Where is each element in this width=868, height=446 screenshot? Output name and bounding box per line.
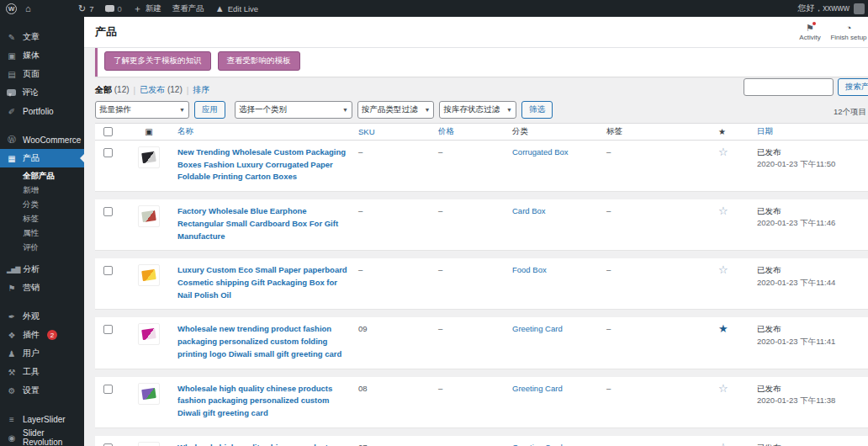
product-thumbnail[interactable] [138,442,160,446]
finish-setup-button[interactable]: ◔ Finish setup [829,17,868,48]
page-header: 产品 ⚑ Activity ◔ Finish setup [84,17,868,48]
view-sort-link[interactable]: 排序 [193,84,209,96]
comments-menu[interactable]: 0 [105,4,122,13]
product-name-link[interactable]: Factory Wholesale Blue Earphone Rectangu… [177,205,358,242]
sidebar-item-layerslider[interactable]: ≡LayerSlider [0,410,84,428]
product-sku: 08 [358,383,438,420]
product-tags: – [606,442,718,446]
featured-star-outline-icon[interactable]: ☆ [718,146,728,158]
publish-status: 已发布 [757,323,868,335]
product-thumbnail[interactable] [138,383,160,405]
sidebar-subitem[interactable]: 分类 [0,198,84,212]
sidebar-subitem[interactable]: 属性 [0,226,84,241]
sidebar-item-analytics[interactable]: ▂▅▇分析 [0,260,84,279]
product-thumbnail[interactable] [138,264,160,286]
sidebar-item-slider-revolution[interactable]: ◉Slider Revolution [0,428,84,446]
sidebar-item-products[interactable]: ▦产品 [0,149,84,167]
column-header-sku[interactable]: SKU [358,127,438,136]
view-affected-templates-button[interactable]: 查看受影响的模板 [218,51,300,71]
product-sku: 09 [358,323,438,360]
view-product-link[interactable]: 查看产品 [172,3,204,14]
sidebar-item-label: 产品 [23,152,40,164]
wordpress-logo-icon[interactable]: W [6,3,17,14]
product-category-link[interactable]: Greeting Card [512,442,606,446]
sidebar-item-users[interactable]: ♟用户 [0,344,84,363]
featured-star-filled-icon[interactable]: ★ [718,322,728,335]
product-category-link[interactable]: Food Box [512,264,606,301]
home-icon[interactable]: ⌂ [25,4,31,13]
publish-datetime: 2020-01-23 下午11:41 [757,336,868,348]
search-input[interactable] [744,78,834,96]
sidebar-subitem[interactable]: 标签 [0,212,84,226]
sidebar-item-media[interactable]: ▣媒体 [0,46,84,65]
sidebar-item-tools[interactable]: ⚒工具 [0,363,84,381]
product-category-link[interactable]: Greeting Card [512,323,606,360]
featured-star-outline-icon[interactable]: ☆ [718,263,728,276]
sidebar-item-pages[interactable]: ▤页面 [0,65,84,83]
marketing-icon: ⚑ [7,284,17,293]
updates-menu[interactable]: ↻ 7 [78,4,94,13]
select-all-checkbox[interactable] [103,127,113,136]
table-body: New Trending Wholesale Custom Packaging … [95,141,868,446]
product-name-link[interactable]: Luxury Custom Eco Small Paper paperboard… [177,264,358,301]
product-name-link[interactable]: New Trending Wholesale Custom Packaging … [177,146,358,183]
product-category-link[interactable]: Corrugated Box [512,146,606,183]
featured-star-outline-icon[interactable]: ☆ [718,382,728,395]
sidebar-item-plugins[interactable]: ❖插件2 [0,326,84,344]
product-sku: 07 [358,442,438,446]
sidebar-item-woocommerce[interactable]: ⓌWooCommerce [0,130,84,149]
learn-templates-button[interactable]: 了解更多关于模板的知识 [104,51,211,71]
sidebar-menu: ✎文章▣媒体▤页面评论✐PortfolioⓌWooCommerce▦产品全部产品… [0,17,84,446]
appearance-icon: ✒ [7,312,17,321]
search-products-button[interactable]: 搜索产品 [838,78,868,96]
product-name-link[interactable]: Wholesale high quality chinese products … [177,383,358,420]
chevron-down-icon: ▼ [506,107,512,113]
apply-button[interactable]: 应用 [194,101,225,119]
main-content: 产品 ⚑ Activity ◔ Finish setup 了解更多关于模板的知识… [84,17,868,446]
view-all-link[interactable]: 全部 (12) [95,84,130,96]
avatar[interactable] [854,3,865,14]
row-checkbox[interactable] [103,266,113,275]
featured-star-outline-icon[interactable]: ☆ [718,204,728,217]
sidebar-item-posts[interactable]: ✎文章 [0,28,84,46]
product-category-link[interactable]: Card Box [512,205,606,242]
table-row: Wholesale new trending product fashion p… [95,317,868,369]
product-thumbnail[interactable] [138,146,160,168]
category-filter-select[interactable]: 选择一个类别▼ [235,101,352,119]
activity-button[interactable]: ⚑ Activity [791,17,829,48]
view-published-link[interactable]: 已发布 (12) [140,84,183,96]
sidebar-subitem[interactable]: 新增 [0,183,84,198]
product-thumbnail-image [141,388,156,400]
sidebar-item-marketing[interactable]: ⚑营销 [0,279,84,297]
row-checkbox[interactable] [103,207,113,216]
row-checkbox[interactable] [103,325,113,334]
column-header-price[interactable]: 价格 [438,126,512,137]
sidebar-subitem[interactable]: 全部产品 [0,169,84,183]
sidebar-item-portfolio[interactable]: ✐Portfolio [0,102,84,120]
edit-live-link[interactable]: ▲ Edit Live [215,4,258,13]
column-header-date[interactable]: 日期 [757,126,868,137]
sidebar-item-comments[interactable]: 评论 [0,83,84,102]
product-thumbnail[interactable] [138,323,160,345]
product-name-link[interactable]: Wholesale new trending product fashion p… [177,323,358,360]
sidebar-item-appearance[interactable]: ✒外观 [0,307,84,326]
new-content-menu[interactable]: ＋ 新建 [133,3,161,14]
filter-button[interactable]: 筛选 [521,101,553,119]
stock-status-filter-select[interactable]: 按库存状态过滤▼ [439,101,516,119]
slider-icon: ◉ [7,433,17,443]
sidebar-subitem[interactable]: 评价 [0,241,84,255]
product-type-filter-select[interactable]: 按产品类型过滤▼ [357,101,434,119]
woocommerce-activity-panel: ⚑ Activity ◔ Finish setup [791,17,868,48]
sidebar-item-label: Portfolio [23,107,54,116]
user-greeting[interactable]: 您好，xxwww [797,3,849,14]
product-name-link[interactable]: Wholesale high quality chinese products … [177,442,358,446]
sidebar-item-settings[interactable]: ⚙设置 [0,381,84,400]
product-thumbnail[interactable] [138,205,160,227]
item-count: 12个项目 [834,107,866,118]
column-header-name[interactable]: 名称 [177,126,358,137]
product-category-link[interactable]: Greeting Card [512,383,606,420]
featured-star-outline-icon[interactable]: ☆ [718,441,728,446]
row-checkbox[interactable] [103,148,113,157]
bulk-actions-select[interactable]: 批量操作▼ [95,101,189,119]
row-checkbox[interactable] [103,385,113,394]
